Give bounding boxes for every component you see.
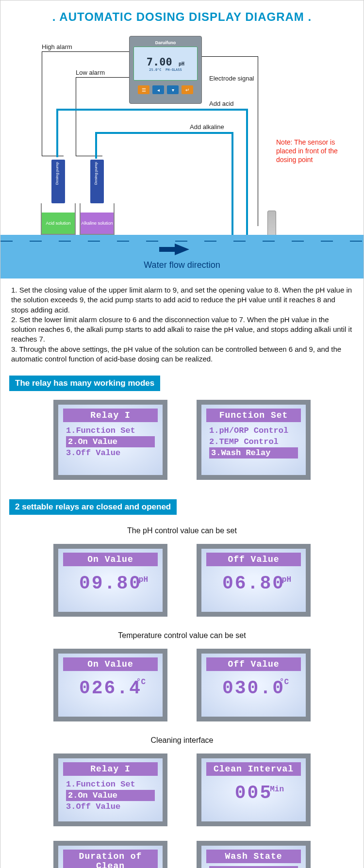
- lcd-off-temp: Off Value 030.0 °C: [197, 649, 311, 721]
- lcd-title: Function Set: [206, 409, 301, 422]
- section-relay-modes: The relay has many working modes: [9, 376, 160, 391]
- left-button[interactable]: ◂: [152, 85, 164, 94]
- wire: [76, 77, 130, 78]
- instructions: 1. Set the closing value of the upper li…: [0, 278, 364, 371]
- menu-item[interactable]: 3.Off Value: [66, 801, 155, 812]
- lcd-value: 005: [201, 783, 306, 803]
- lcd-title: Off Value: [206, 657, 301, 671]
- lcd-row-ph: On Value 09.80 pH Off Value 06.80 pH: [0, 544, 364, 617]
- lcd-row-clean2: Duration of Clean 060 SEC. Wash State 1.…: [0, 841, 364, 868]
- lcd-title: Wash State: [206, 850, 301, 863]
- lcd-title: Clean Interval: [206, 762, 301, 776]
- pump-label: Dosing pump: [55, 162, 59, 185]
- lcd-on-ph: On Value 09.80 pH: [53, 544, 167, 617]
- lcd-wash-state: Wash State 1.Hold 2.Constant: [197, 841, 311, 868]
- lcd-menu: 1.Hold 2.Constant: [201, 866, 306, 868]
- lcd-row-temp: On Value 026.4 °C Off Value 030.0 °C: [0, 649, 364, 721]
- controller-probe: PH-GLASS: [165, 68, 182, 72]
- instruction-1: 1. Set the closing value of the upper li…: [11, 285, 353, 315]
- ph-controller: Daruifuno 7.00 pH 25.0°C PH-GLASS ☰ ◂ ▾ …: [129, 36, 202, 104]
- menu-item[interactable]: 2.TEMP Control: [209, 436, 298, 447]
- subcaption-ph: The pH control value can be set: [0, 526, 364, 535]
- lcd-row-clean1: Relay I 1.Function Set 2.On Value 3.Off …: [0, 753, 364, 826]
- section-relay-settable: 2 settable relays are closed and opened: [9, 499, 177, 515]
- beaker-label: Acid solution: [42, 213, 75, 234]
- label-low-alarm: Low alarm: [76, 69, 105, 76]
- dosing-pump-alkaline: Dosing pump: [90, 160, 104, 203]
- page: . AUTOMATIC DOSING DISPLAY DIAGRAM . Hig…: [0, 0, 364, 868]
- wire: [76, 77, 76, 156]
- menu-item[interactable]: 3.Off Value: [66, 447, 155, 459]
- lcd-title: Relay I: [63, 762, 158, 776]
- lcd-clean-interval: Clean Interval 005 Min: [197, 753, 311, 826]
- controller-screen: 7.00 pH 25.0°C PH-GLASS: [133, 47, 198, 81]
- menu-item[interactable]: 2.On Value: [66, 436, 155, 447]
- page-title: . AUTOMATIC DOSING DISPLAY DIAGRAM .: [0, 10, 364, 24]
- lcd-title: On Value: [63, 553, 158, 566]
- lcd-title: On Value: [63, 657, 158, 671]
- lcd-unit: pH: [282, 575, 291, 584]
- water-band: Water flow direction: [0, 235, 364, 278]
- lcd-menu: 1.pH/ORP Control 2.TEMP Control 3.Wash R…: [201, 425, 306, 459]
- menu-item[interactable]: 2.On Value: [66, 790, 155, 801]
- instruction-3: 3. Through the above settings, the pH va…: [11, 344, 353, 364]
- down-button[interactable]: ▾: [167, 85, 179, 94]
- lcd-unit: °C: [136, 678, 146, 687]
- lcd-value: 026.4: [58, 678, 163, 699]
- menu-item[interactable]: 3.Wash Relay: [209, 447, 298, 459]
- lcd-title: Duration of Clean: [63, 850, 158, 868]
- lcd-value: 030.0: [201, 678, 306, 699]
- wire: [42, 156, 64, 156]
- menu-item[interactable]: 1.Function Set: [66, 779, 155, 790]
- controller-temp: 25.0°C: [149, 68, 161, 72]
- controller-unit: pH: [179, 61, 184, 66]
- wire: [42, 51, 129, 52]
- lcd-title: Relay I: [63, 409, 158, 422]
- pump-label: Dosing pump: [94, 162, 98, 185]
- wire: [42, 51, 42, 156]
- water-flow-label: Water flow direction: [144, 260, 220, 270]
- menu-button[interactable]: ☰: [138, 85, 149, 94]
- water-dashes: [0, 241, 364, 242]
- pipe-alk: [232, 132, 233, 235]
- lcd-menu: 1.Function Set 2.On Value 3.Off Value: [58, 779, 163, 812]
- sensor-note: Note: The sensor is placed in front of t…: [276, 138, 354, 164]
- lcd-menu: 1.Function Set 2.On Value 3.Off Value: [58, 425, 163, 459]
- lcd-relay1: Relay I 1.Function Set 2.On Value 3.Off …: [53, 400, 167, 480]
- pipe-alk: [95, 132, 97, 159]
- label-electrode-signal: Electrode signal: [209, 75, 254, 82]
- flow-arrow-icon: [175, 244, 189, 255]
- label-add-alkaline: Add alkaline: [190, 123, 224, 131]
- subcaption-clean: Cleaning interface: [0, 736, 364, 745]
- wire: [201, 56, 258, 57]
- controller-buttons: ☰ ◂ ▾ ↵: [133, 85, 198, 94]
- lcd-clean-duration: Duration of Clean 060 SEC.: [53, 841, 167, 868]
- pipe-acid: [246, 109, 248, 235]
- beaker-acid: Acid solution: [41, 203, 76, 235]
- pipe-acid: [56, 109, 248, 111]
- controller-brand: Daruifuno: [133, 40, 198, 45]
- lcd-unit: °C: [280, 678, 289, 687]
- menu-item[interactable]: 1.Function Set: [66, 425, 155, 436]
- lcd-unit: Min: [270, 785, 284, 794]
- enter-button[interactable]: ↵: [182, 85, 193, 94]
- menu-item[interactable]: 1.Hold: [209, 866, 298, 868]
- beaker-label: Alkaline solution: [81, 213, 114, 234]
- controller-reading: 7.00: [147, 56, 172, 68]
- menu-item[interactable]: 1.pH/ORP Control: [209, 425, 298, 436]
- lcd-relay1-b: Relay I 1.Function Set 2.On Value 3.Off …: [53, 753, 167, 826]
- lcd-row-modes: Relay I 1.Function Set 2.On Value 3.Off …: [0, 400, 364, 480]
- instruction-2: 2. Set the lower limit alarm closure to …: [11, 315, 353, 344]
- label-add-acid: Add acid: [209, 100, 234, 107]
- subcaption-temp: Temperature control value can be set: [0, 631, 364, 640]
- lcd-unit: pH: [139, 575, 148, 584]
- label-high-alarm: High alarm: [42, 43, 72, 50]
- wire: [76, 156, 102, 156]
- lcd-function-set: Function Set 1.pH/ORP Control 2.TEMP Con…: [197, 400, 311, 480]
- wire: [258, 56, 258, 226]
- pipe-acid: [56, 109, 58, 157]
- lcd-title: Off Value: [206, 553, 301, 566]
- pipe-alk: [95, 132, 233, 134]
- dosing-pump-acid: Dosing pump: [51, 160, 65, 203]
- dosing-diagram: High alarm Low alarm Electrode signal Ad…: [15, 36, 349, 245]
